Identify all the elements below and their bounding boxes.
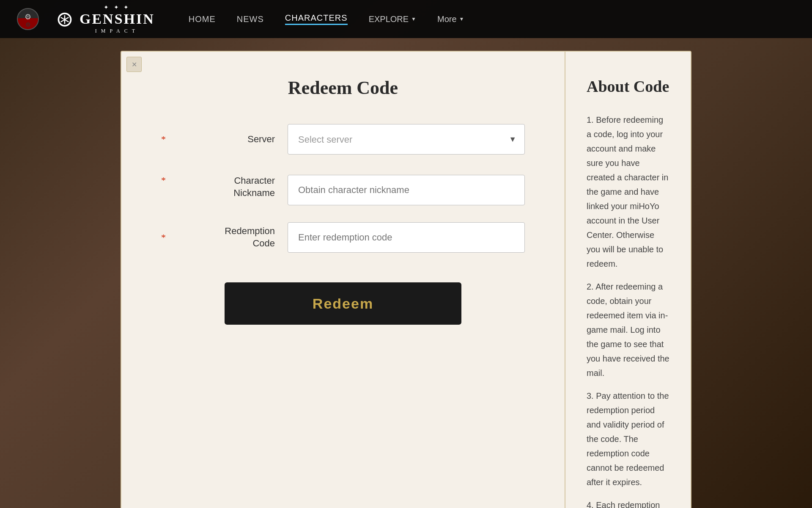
server-select[interactable]: Select server America Europe Asia TW, HK… — [288, 124, 525, 155]
about-text-3: 3. Pay attention to the redemption perio… — [587, 389, 669, 489]
logo-impact: IMPACT — [80, 28, 155, 34]
server-required-star: * — [161, 134, 166, 145]
nickname-row: * Character Nickname — [161, 171, 525, 205]
about-text-2: 2. After redeeming a code, obtain your r… — [587, 279, 669, 380]
content-area: ✕ ✕ Redeem Code * Server Select server A… — [0, 38, 812, 508]
navbar: ⚙ ⊛ ✦ ✦ ✦ GENSHIN IMPACT HOME NEWS CHARA… — [0, 0, 812, 38]
redemption-code-input[interactable] — [288, 222, 525, 253]
nav-news[interactable]: NEWS — [237, 14, 264, 24]
form-fields: * Server Select server America Europe As… — [161, 124, 525, 325]
code-label: Redemption Code — [182, 225, 275, 249]
explore-dropdown-arrow: ▼ — [411, 16, 416, 22]
redemption-code-row: * Redemption Code — [161, 222, 525, 253]
about-text: 1. Before redeeming a code, log into you… — [587, 113, 669, 508]
nav-explore[interactable]: EXPLORE ▼ — [369, 14, 416, 24]
nav-more[interactable]: More ▼ — [437, 14, 464, 24]
form-section: Redeem Code * Server Select server Ameri… — [121, 52, 565, 508]
nav-links: HOME NEWS CHARACTERS EXPLORE ▼ More ▼ — [189, 13, 464, 25]
logo-genshin: GENSHIN — [80, 11, 155, 27]
nickname-required-star: * — [161, 175, 166, 186]
code-required-star: * — [161, 232, 166, 243]
nav-characters[interactable]: CHARACTERS — [285, 13, 348, 25]
more-dropdown-arrow: ▼ — [459, 16, 464, 22]
nav-home[interactable]: HOME — [189, 14, 216, 24]
about-section: About Code 1. Before redeeming a code, l… — [565, 52, 691, 508]
server-row: * Server Select server America Europe As… — [161, 124, 525, 155]
logo: ⊛ ✦ ✦ ✦ GENSHIN IMPACT — [56, 4, 155, 34]
server-label: Server — [182, 133, 275, 146]
about-title: About Code — [587, 77, 669, 96]
modal-title: Redeem Code — [288, 77, 398, 99]
logo-stars: ✦ ✦ ✦ — [80, 4, 155, 11]
user-avatar[interactable]: ⚙ — [17, 8, 39, 30]
nickname-input[interactable] — [288, 175, 525, 205]
button-row: Redeem — [161, 274, 525, 325]
about-text-4: 4. Each redemption code can only be used… — [587, 498, 669, 508]
redeem-button[interactable]: Redeem — [225, 282, 461, 325]
close-button-top[interactable]: ✕ — [126, 57, 142, 72]
about-text-1: 1. Before redeeming a code, log into you… — [587, 113, 669, 271]
server-select-wrapper: Select server America Europe Asia TW, HK… — [288, 124, 525, 155]
redeem-modal: ✕ ✕ Redeem Code * Server Select server A… — [121, 51, 691, 508]
nickname-label: Character Nickname — [182, 175, 275, 199]
